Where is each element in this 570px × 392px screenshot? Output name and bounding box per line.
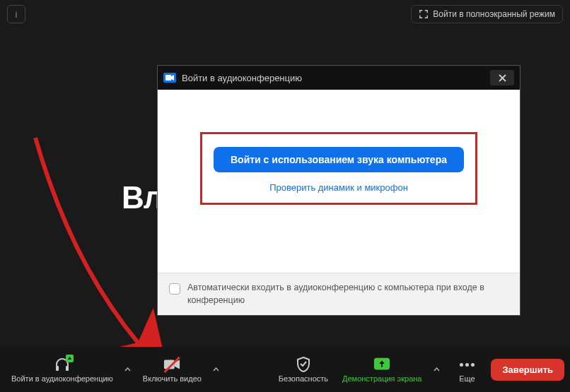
fullscreen-button[interactable]: Войти в полноэкранный режим xyxy=(411,5,563,23)
share-chevron[interactable] xyxy=(430,347,443,392)
join-computer-audio-button[interactable]: Войти с использованием звука компьютера xyxy=(214,147,464,172)
dialog-titlebar: Войти в аудиоконференцию xyxy=(158,66,520,90)
share-icon xyxy=(373,356,390,373)
security-label: Безопасность xyxy=(279,374,328,383)
auto-join-label: Автоматически входить в аудиоконференцию… xyxy=(187,282,508,307)
svg-rect-0 xyxy=(165,75,171,81)
chevron-up-icon xyxy=(213,367,219,372)
dialog-title-text: Войти в аудиоконференцию xyxy=(182,73,302,83)
dialog-footer: Автоматически входить в аудиоконференцию… xyxy=(158,273,520,315)
audio-chevron[interactable] xyxy=(122,347,134,392)
close-icon xyxy=(499,74,506,82)
zoom-icon xyxy=(163,73,176,83)
join-audio-dialog: Войти в аудиоконференцию Войти с использ… xyxy=(157,65,520,316)
test-speaker-mic-link[interactable]: Проверить динамик и микрофон xyxy=(208,182,470,193)
more-icon xyxy=(458,356,475,373)
share-screen-label: Демонстрация экрана xyxy=(342,374,421,383)
more-control[interactable]: Еще xyxy=(446,353,488,386)
auto-join-checkbox[interactable] xyxy=(169,283,180,295)
security-control[interactable]: Безопасность xyxy=(273,353,334,386)
shield-icon xyxy=(295,356,312,373)
start-video-control[interactable]: Включить видео xyxy=(137,353,207,386)
arrow-up-badge xyxy=(66,355,74,362)
join-audio-control[interactable]: Войти в аудиоконференцию xyxy=(6,353,119,386)
share-screen-control[interactable]: Демонстрация экрана xyxy=(337,353,427,386)
close-button[interactable] xyxy=(490,70,514,85)
headphones-icon xyxy=(54,356,71,373)
svg-rect-1 xyxy=(56,366,59,371)
video-icon xyxy=(163,356,180,373)
highlight-box: Войти с использованием звука компьютера … xyxy=(200,132,477,205)
svg-rect-2 xyxy=(66,366,69,371)
fullscreen-label: Войти в полноэкранный режим xyxy=(433,9,555,19)
start-video-label: Включить видео xyxy=(143,374,202,383)
chevron-up-icon xyxy=(124,367,131,372)
more-label: Еще xyxy=(459,374,475,383)
join-audio-label: Войти в аудиоконференцию xyxy=(11,374,113,383)
dialog-body: Войти с использованием звука компьютера … xyxy=(158,90,520,219)
video-chevron[interactable] xyxy=(210,347,223,392)
info-button[interactable]: i xyxy=(7,5,25,23)
meeting-toolbar: Войти в аудиоконференцию Включить видео … xyxy=(0,347,570,392)
chevron-up-icon xyxy=(434,367,440,372)
end-meeting-button[interactable]: Завершить xyxy=(491,359,564,381)
fullscreen-icon xyxy=(419,9,429,19)
